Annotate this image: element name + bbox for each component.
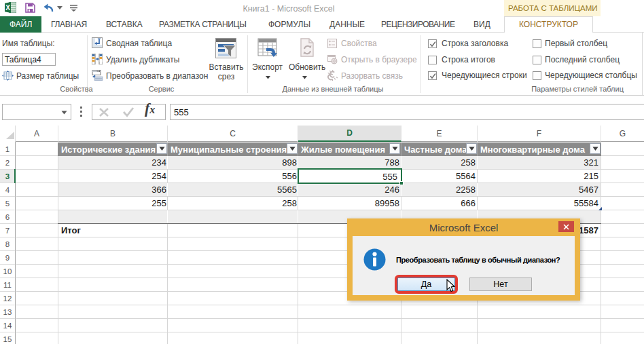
svg-text:X: X (5, 4, 10, 12)
